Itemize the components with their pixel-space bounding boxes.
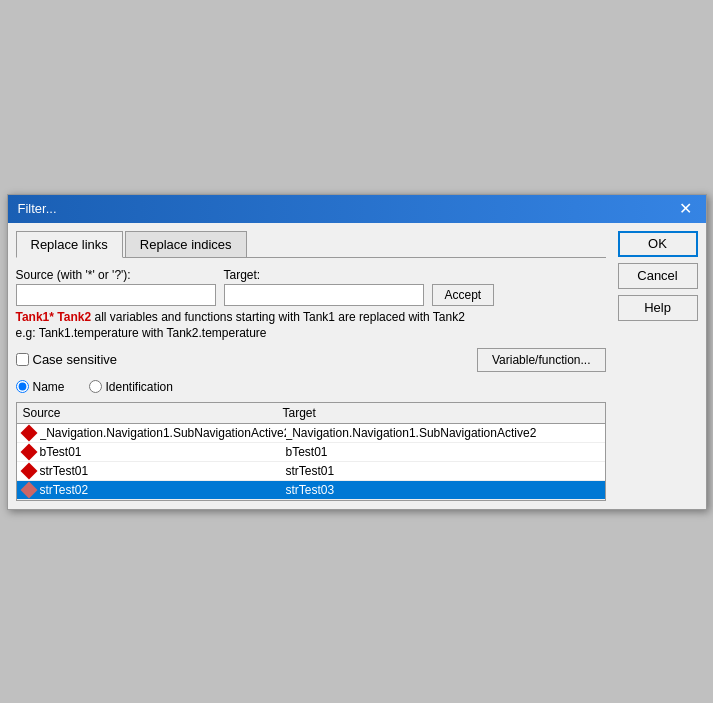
- col-header-target: Target: [283, 406, 599, 420]
- case-sensitive-left: Case sensitive: [16, 352, 118, 367]
- title-bar: Filter... ✕: [8, 195, 706, 223]
- table-row[interactable]: strTest02 strTest03: [17, 481, 605, 500]
- filter-dialog: Filter... ✕ Replace links Replace indice…: [7, 194, 707, 510]
- source-field-group: Source (with '*' or '?'):: [16, 268, 216, 306]
- table-row[interactable]: strTest01 strTest01: [17, 462, 605, 481]
- accept-button[interactable]: Accept: [432, 284, 495, 306]
- variable-function-button[interactable]: Variable/function...: [477, 348, 606, 372]
- cell-target: strTest01: [286, 464, 599, 478]
- tab-replace-indices[interactable]: Replace indices: [125, 231, 247, 258]
- cancel-button[interactable]: Cancel: [618, 263, 698, 289]
- hint-line2: e.g: Tank1.temperature with Tank2.temper…: [16, 326, 606, 340]
- hint-tank1: Tank1*: [16, 310, 54, 324]
- close-button[interactable]: ✕: [675, 201, 696, 217]
- help-button[interactable]: Help: [618, 295, 698, 321]
- radio-name-label[interactable]: Name: [16, 380, 65, 394]
- side-buttons: OK Cancel Help: [618, 231, 698, 501]
- cell-target: strTest03: [286, 483, 599, 497]
- tab-replace-links[interactable]: Replace links: [16, 231, 123, 258]
- table-container: Source Target _Navigation.Navigation1.Su…: [16, 402, 606, 501]
- cell-source: _Navigation.Navigation1.SubNavigationAct…: [40, 426, 286, 440]
- case-sensitive-row: Case sensitive Variable/function...: [16, 348, 606, 372]
- table-header: Source Target: [17, 403, 605, 424]
- row-icon: [20, 424, 37, 441]
- row-icon: [20, 481, 37, 498]
- radio-row: Name Identification: [16, 380, 606, 394]
- hint-desc-text: all variables and functions starting wit…: [94, 310, 464, 324]
- hint-tank2: Tank2: [57, 310, 91, 324]
- target-input[interactable]: [224, 284, 424, 306]
- source-input[interactable]: [16, 284, 216, 306]
- main-content: Replace links Replace indices Source (wi…: [16, 231, 606, 501]
- table-row[interactable]: _Navigation.Navigation1.SubNavigationAct…: [17, 424, 605, 443]
- radio-identification[interactable]: [89, 380, 102, 393]
- cell-target: bTest01: [286, 445, 599, 459]
- cell-source: bTest01: [40, 445, 286, 459]
- row-icon: [20, 462, 37, 479]
- col-header-source: Source: [23, 406, 283, 420]
- target-field-group: Target:: [224, 268, 424, 306]
- table-row[interactable]: bTest01 bTest01: [17, 443, 605, 462]
- row-icon: [20, 443, 37, 460]
- ok-button[interactable]: OK: [618, 231, 698, 257]
- case-sensitive-label: Case sensitive: [33, 352, 118, 367]
- tabs: Replace links Replace indices: [16, 231, 606, 258]
- cell-target: _Navigation.Navigation1.SubNavigationAct…: [286, 426, 599, 440]
- target-label: Target:: [224, 268, 424, 282]
- hint-line1: Tank1* Tank2 all variables and functions…: [16, 310, 606, 324]
- cell-source: strTest02: [40, 483, 286, 497]
- cell-source: strTest01: [40, 464, 286, 478]
- dialog-title: Filter...: [18, 201, 57, 216]
- source-target-row: Source (with '*' or '?'): Target: Accept: [16, 268, 606, 306]
- dialog-body: Replace links Replace indices Source (wi…: [8, 223, 706, 509]
- radio-name[interactable]: [16, 380, 29, 393]
- radio-identification-label[interactable]: Identification: [89, 380, 173, 394]
- case-sensitive-checkbox[interactable]: [16, 353, 29, 366]
- source-label: Source (with '*' or '?'):: [16, 268, 216, 282]
